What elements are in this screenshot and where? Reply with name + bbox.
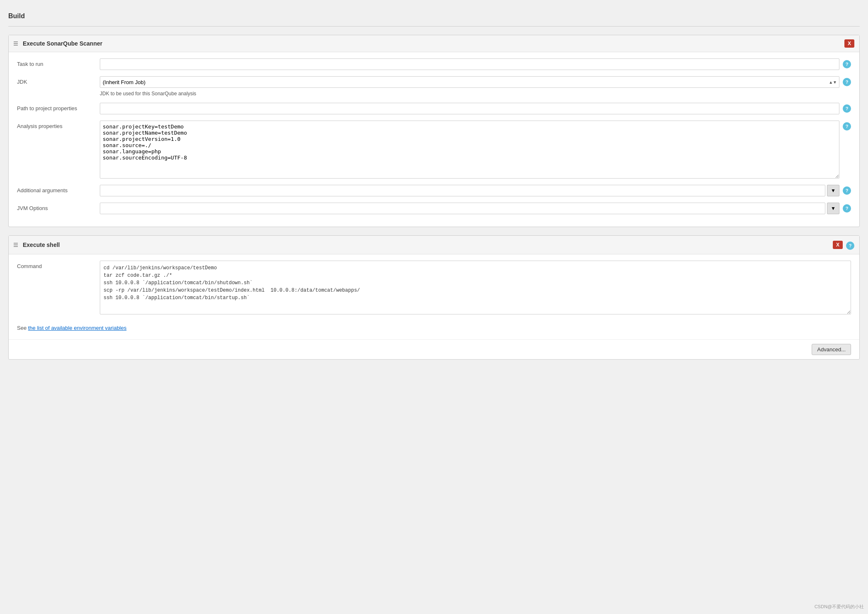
jdk-control: (Inherit From Job) ▲▼ ? bbox=[100, 76, 851, 88]
additional-arguments-control: ▼ ? bbox=[100, 185, 851, 196]
sonarqube-delete-button[interactable]: X bbox=[844, 39, 854, 48]
command-control: cd /var/lib/jenkins/workspace/testDemo t… bbox=[100, 261, 851, 314]
section-title: Build bbox=[8, 8, 860, 27]
shell-card-title-bar: Execute shell X ? bbox=[9, 236, 859, 254]
shell-title-help-icon[interactable]: ? bbox=[846, 242, 854, 250]
shell-card-title: Execute shell bbox=[14, 242, 60, 248]
jvm-options-dropdown-btn[interactable]: ▼ bbox=[827, 203, 839, 214]
jdk-help-text: JDK to be used for this SonarQube analys… bbox=[17, 91, 851, 97]
task-to-run-input[interactable] bbox=[100, 58, 839, 70]
sonarqube-card: Execute SonarQube Scanner X Task to run … bbox=[8, 35, 860, 227]
sonarqube-card-body: Task to run ? JDK (Inherit From Job) ▲▼ bbox=[9, 52, 859, 227]
additional-arguments-input-group: ▼ bbox=[100, 185, 839, 196]
shell-card: Execute shell X ? Command cd /var/lib/je… bbox=[8, 235, 860, 360]
path-to-project-control: ? bbox=[100, 103, 851, 114]
additional-arguments-help-icon[interactable]: ? bbox=[843, 186, 851, 195]
path-to-project-input[interactable] bbox=[100, 103, 839, 114]
jvm-options-input[interactable] bbox=[100, 203, 825, 214]
env-link-prefix: See bbox=[17, 325, 28, 331]
additional-arguments-label: Additional arguments bbox=[17, 185, 100, 193]
shell-card-footer: Advanced... bbox=[9, 339, 859, 359]
sonarqube-card-title-bar: Execute SonarQube Scanner X bbox=[9, 35, 859, 52]
path-to-project-label: Path to project properties bbox=[17, 103, 100, 111]
task-to-run-control: ? bbox=[100, 58, 851, 70]
task-to-run-label: Task to run bbox=[17, 58, 100, 67]
additional-arguments-dropdown-btn[interactable]: ▼ bbox=[827, 185, 839, 196]
watermark: CSDN@不爱代码的小社 bbox=[815, 604, 864, 610]
jvm-options-help-icon[interactable]: ? bbox=[843, 204, 851, 213]
analysis-properties-label: Analysis properties bbox=[17, 121, 100, 129]
jvm-options-label: JVM Options bbox=[17, 203, 100, 211]
command-row: Command cd /var/lib/jenkins/workspace/te… bbox=[17, 261, 851, 314]
task-to-run-help-icon[interactable]: ? bbox=[843, 60, 851, 68]
sonarqube-card-title: Execute SonarQube Scanner bbox=[14, 40, 102, 47]
additional-arguments-row: Additional arguments ▼ ? bbox=[17, 185, 851, 196]
sonarqube-title-text: Execute SonarQube Scanner bbox=[23, 40, 102, 47]
path-to-project-help-icon[interactable]: ? bbox=[843, 104, 851, 113]
jvm-options-row: JVM Options ▼ ? bbox=[17, 203, 851, 214]
jdk-select[interactable]: (Inherit From Job) bbox=[100, 76, 839, 88]
jdk-help-icon[interactable]: ? bbox=[843, 78, 851, 86]
analysis-properties-textarea[interactable]: sonar.projectKey=testDemo sonar.projectN… bbox=[100, 121, 839, 179]
analysis-properties-row: Analysis properties sonar.projectKey=tes… bbox=[17, 121, 851, 179]
jvm-options-input-group: ▼ bbox=[100, 203, 839, 214]
jdk-select-wrap: (Inherit From Job) ▲▼ bbox=[100, 76, 839, 88]
task-to-run-row: Task to run ? bbox=[17, 58, 851, 70]
command-textarea[interactable]: cd /var/lib/jenkins/workspace/testDemo t… bbox=[100, 261, 851, 314]
path-to-project-row: Path to project properties ? bbox=[17, 103, 851, 114]
jdk-label: JDK bbox=[17, 76, 100, 85]
analysis-properties-control: sonar.projectKey=testDemo sonar.projectN… bbox=[100, 121, 851, 179]
additional-arguments-input[interactable] bbox=[100, 185, 825, 196]
shell-delete-button[interactable]: X bbox=[833, 241, 843, 249]
page-wrapper: Build Execute SonarQube Scanner X Task t… bbox=[0, 0, 868, 614]
analysis-properties-help-icon[interactable]: ? bbox=[843, 122, 851, 131]
drag-handle-shell[interactable] bbox=[14, 243, 18, 247]
advanced-button[interactable]: Advanced... bbox=[812, 344, 851, 355]
env-link-row: See the list of available environment va… bbox=[17, 321, 851, 333]
drag-handle-sonarqube[interactable] bbox=[14, 41, 18, 46]
env-link[interactable]: the list of available environment variab… bbox=[28, 325, 127, 331]
command-label: Command bbox=[17, 261, 100, 269]
jdk-row: JDK (Inherit From Job) ▲▼ ? bbox=[17, 76, 851, 88]
shell-card-body: Command cd /var/lib/jenkins/workspace/te… bbox=[9, 254, 859, 339]
jvm-options-control: ▼ ? bbox=[100, 203, 851, 214]
shell-title-text: Execute shell bbox=[23, 242, 60, 248]
